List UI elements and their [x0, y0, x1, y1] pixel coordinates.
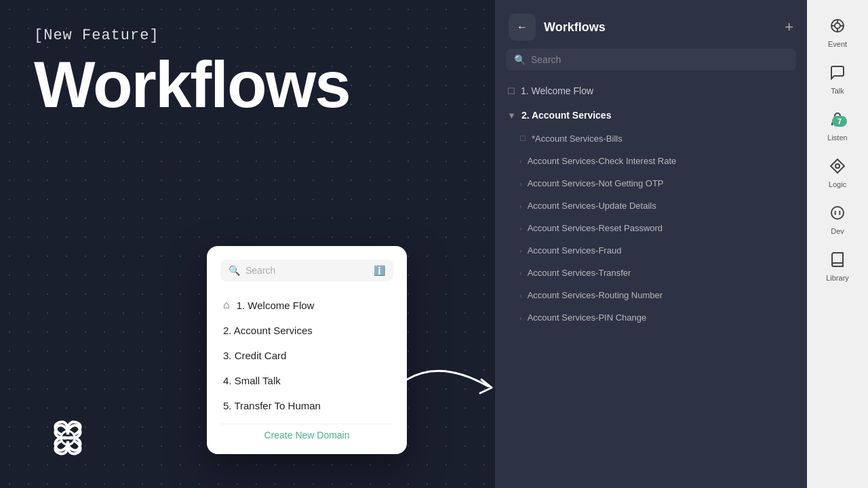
popup-item-account-label: 2. Account Services: [223, 325, 313, 336]
chevron-right-icon-7: ›: [519, 291, 522, 300]
logic-button[interactable]: Logic: [814, 151, 861, 195]
folder-icon-welcome: ☐: [507, 86, 515, 96]
popup-item-account[interactable]: 2. Account Services: [220, 318, 393, 343]
sidebar-search-placeholder: Search: [531, 54, 561, 65]
popup-item-credit-label: 3. Credit Card: [223, 350, 286, 361]
popup-search-bar[interactable]: 🔍 Search ℹ️: [220, 260, 393, 281]
subitem-check-interest[interactable]: › Account Services-Check Interest Rate: [500, 150, 802, 172]
sidebar-item-welcome-label: 1. Welcome Flow: [521, 85, 593, 96]
new-feature-label: [New Feature]: [34, 27, 461, 44]
library-label: Library: [826, 274, 849, 282]
logo: [41, 411, 95, 468]
subitem-transfer[interactable]: › Account Services-Transfer: [500, 262, 802, 284]
chevron-right-icon-6: ›: [519, 269, 522, 277]
dev-label: Dev: [831, 227, 844, 235]
listen-badge: 7: [832, 116, 847, 127]
chevron-right-icon-2: ›: [519, 180, 522, 188]
subitem-fraud-label: Account Services-Fraud: [528, 245, 622, 256]
popup-search-icon: 🔍: [229, 265, 240, 276]
event-label: Event: [828, 40, 847, 48]
back-icon: ←: [517, 21, 528, 33]
sidebar-item-account-label: 2. Account Services: [521, 110, 612, 121]
create-domain-link[interactable]: Create New Domain: [220, 424, 393, 441]
popup-item-welcome[interactable]: ⌂ 1. Welcome Flow: [220, 292, 393, 318]
popup-card: 🔍 Search ℹ️ ⌂ 1. Welcome Flow 2. Account…: [207, 246, 407, 454]
subitem-update-label: Account Services-Update Details: [528, 201, 656, 211]
chevron-right-icon-5: ›: [519, 247, 522, 255]
chevron-right-icon-3: ›: [519, 202, 522, 210]
library-icon: [829, 251, 846, 271]
subitem-pin[interactable]: › Account Services-PIN Change: [500, 306, 802, 329]
popup-info-icon: ℹ️: [374, 265, 385, 276]
workflows-sidebar: ← Workflows + 🔍 Search ☐ 1. Welcome Flow…: [495, 0, 807, 488]
left-panel: [New Feature] Workflows 🔍 Search ℹ️ ⌂ 1.…: [0, 0, 495, 488]
sidebar-search-bar[interactable]: 🔍 Search: [506, 49, 796, 70]
popup-item-smalltalk-label: 4. Small Talk: [223, 375, 281, 386]
right-panel: ← Workflows + 🔍 Search ☐ 1. Welcome Flow…: [495, 0, 868, 488]
chevron-right-icon-8: ›: [519, 314, 522, 322]
chevron-down-icon-account: ▼: [507, 110, 516, 121]
chevron-right-icon-4: ›: [519, 224, 522, 232]
talk-button[interactable]: Talk: [814, 58, 861, 102]
subitem-bills[interactable]: ☐ *Account Services-Bills: [500, 127, 802, 150]
subitem-transfer-label: Account Services-Transfer: [528, 268, 631, 278]
subitem-pin-label: Account Services-PIN Change: [528, 312, 647, 323]
talk-label: Talk: [831, 87, 844, 95]
add-workflow-button[interactable]: +: [785, 18, 793, 36]
page-title: Workflows: [34, 52, 461, 117]
popup-item-smalltalk[interactable]: 4. Small Talk: [220, 368, 393, 393]
logic-icon: [829, 158, 846, 178]
back-button[interactable]: ←: [509, 14, 536, 41]
popup-item-transfer[interactable]: 5. Transfer To Human: [220, 393, 393, 418]
library-button[interactable]: Library: [814, 245, 861, 289]
sidebar-title: Workflows: [544, 20, 606, 35]
subitem-routing-label: Account Services-Routing Number: [528, 290, 663, 300]
subitem-check-interest-label: Account Services-Check Interest Rate: [528, 156, 677, 166]
sidebar-item-welcome[interactable]: ☐ 1. Welcome Flow: [500, 79, 802, 103]
subitem-otp-label: Account Services-Not Getting OTP: [528, 178, 664, 188]
workflow-list: ☐ 1. Welcome Flow ▼ 2. Account Services …: [495, 79, 807, 488]
event-icon: [829, 18, 846, 37]
folder-icon-bills: ☐: [519, 134, 526, 143]
popup-item-credit[interactable]: 3. Credit Card: [220, 343, 393, 368]
subitem-reset-password[interactable]: › Account Services-Reset Password: [500, 217, 802, 239]
sidebar-item-account[interactable]: ▼ 2. Account Services: [500, 103, 802, 127]
icon-panel: Event Talk 7 Listen: [807, 0, 868, 488]
svg-point-9: [831, 207, 844, 219]
subitem-fraud[interactable]: › Account Services-Fraud: [500, 239, 802, 262]
svg-point-8: [835, 164, 840, 168]
subitem-bills-label: *Account Services-Bills: [532, 134, 623, 144]
logic-label: Logic: [829, 180, 846, 188]
subitem-routing[interactable]: › Account Services-Routing Number: [500, 284, 802, 306]
svg-point-2: [835, 23, 840, 28]
popup-item-welcome-label: 1. Welcome Flow: [237, 300, 315, 311]
arrow-graphic: [400, 352, 495, 407]
dev-icon: [829, 205, 846, 224]
subitem-update-details[interactable]: › Account Services-Update Details: [500, 195, 802, 217]
popup-search-placeholder: Search: [245, 265, 275, 276]
subitem-reset-label: Account Services-Reset Password: [528, 223, 663, 233]
listen-label: Listen: [827, 134, 847, 142]
talk-icon: [829, 64, 846, 84]
popup-item-welcome-icon: ⌂: [223, 299, 230, 311]
dev-button[interactable]: Dev: [814, 198, 861, 242]
sidebar-search-icon: 🔍: [514, 54, 526, 65]
chevron-right-icon-1: ›: [519, 157, 522, 165]
event-button[interactable]: Event: [814, 11, 861, 55]
subitem-otp[interactable]: › Account Services-Not Getting OTP: [500, 172, 802, 195]
popup-item-transfer-label: 5. Transfer To Human: [223, 400, 321, 411]
listen-button[interactable]: 7 Listen: [814, 104, 861, 148]
